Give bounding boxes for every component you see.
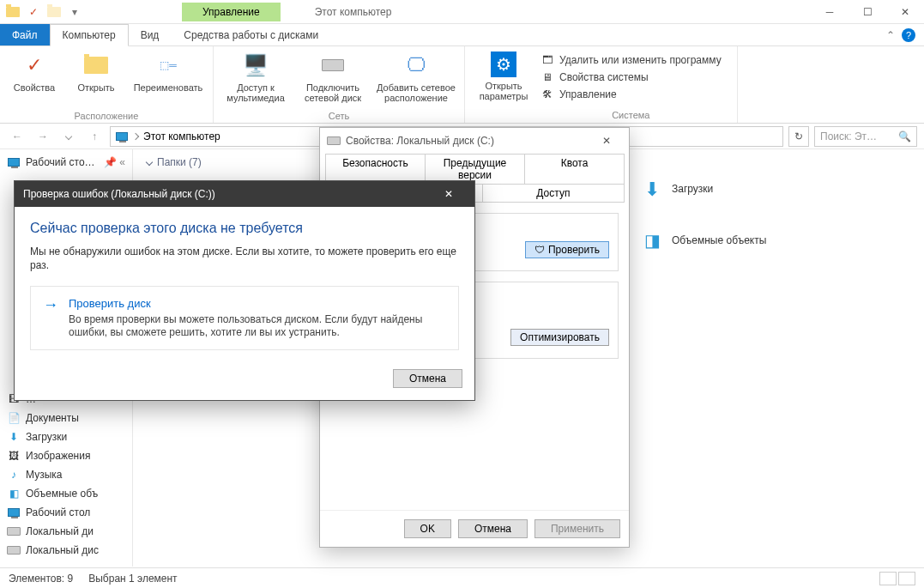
tree-music[interactable]: ♪Музыка [0,465,132,484]
error-check-close-button[interactable]: ✕ [432,181,466,207]
tree-documents[interactable]: 📄Документы [0,409,132,427]
objects3d-folder-icon: ◨ [644,230,665,251]
nav-up-button[interactable]: ↑ [84,126,105,147]
map-drive-button[interactable]: Подключить сетевой диск [299,50,366,111]
rename-button[interactable]: ⬚═ Переименовать [132,50,204,111]
close-button[interactable]: ✕ [886,0,924,24]
folder-downloads[interactable]: ⬇ Загрузки [644,173,910,204]
group-system: ⚙ Открыть параметры 🗔 Удалить или измени… [465,46,738,123]
downloads-icon: ⬇ [7,430,21,444]
tree-localdisk2[interactable]: Локальный дис [0,541,132,560]
manage-icon: 🛠 [541,88,554,101]
properties-close-button[interactable]: ✕ [591,129,622,153]
qat-icon-1[interactable] [5,4,21,20]
disk-icon [7,524,21,538]
group-network: 🖥️ Доступ к мультимедиа Подключить сетев… [214,46,465,123]
error-check-dialog: Проверка ошибок (Локальный диск (C:)) ✕ … [14,180,475,401]
scan-disk-desc: Во время проверки вы можете пользоваться… [69,313,446,339]
file-tab[interactable]: Файл [0,24,50,45]
open-settings-button[interactable]: ⚙ Открыть параметры [474,50,534,101]
nav-recent-dropdown[interactable] [58,126,79,147]
ribbon: ✓ Свойства Открыть ⬚═ Переименовать Расп… [0,46,924,124]
music-icon: ♪ [7,468,21,482]
status-selected: Выбран 1 элемент [88,573,177,585]
ok-button[interactable]: OK [404,519,451,538]
group-network-label: Сеть [329,111,349,121]
manage-link[interactable]: 🛠 Управление [541,88,722,101]
disk-props-icon [327,136,341,145]
error-check-titlebar[interactable]: Проверка ошибок (Локальный диск (C:)) ✕ [15,181,474,207]
tree-desktop2[interactable]: Рабочий стол [0,503,132,522]
error-check-heading: Сейчас проверка этого диска не требуется [30,221,459,236]
status-elements: Элементов: 9 [9,573,73,585]
apply-button[interactable]: Применить [534,519,620,538]
media-icon: 🖥️ [242,52,269,79]
check-button[interactable]: 🛡 Проверить [525,241,609,258]
optimize-button[interactable]: Оптимизировать [510,329,609,346]
media-access-button[interactable]: 🖥️ Доступ к мультимедиа [222,50,289,111]
manage-contextual-tab[interactable]: Управление [182,3,281,21]
help-icon[interactable]: ? [902,28,915,42]
properties-title: Свойства: Локальный диск (C:) [346,135,494,147]
error-check-cancel-button[interactable]: Отмена [393,369,462,388]
search-placeholder: Поиск: Эт… [820,130,877,142]
tree-downloads[interactable]: ⬇Загрузки [0,427,132,446]
group-location-label: Расположение [75,111,139,121]
system-properties-link[interactable]: 🖥 Свойства системы [541,70,722,84]
tree-localdisk1[interactable]: Локальный ди [0,522,132,541]
quick-access-toolbar: ✓ ▾ [0,4,88,20]
settings-gear-icon: ⚙ [491,52,516,77]
computer-tab[interactable]: Компьютер [50,24,129,46]
scan-disk-title: Проверить диск [69,297,446,310]
address-text: Этот компьютер [143,130,220,142]
open-folder-icon [82,52,110,79]
error-check-title: Проверка ошибок (Локальный диск (C:)) [23,188,215,200]
folder-3dobjects[interactable]: ◨ Объемные объекты [644,225,910,256]
documents-icon: 📄 [7,411,21,425]
properties-buttons: OK Отмена Применить [320,510,629,547]
group-location: ✓ Свойства Открыть ⬚═ Переименовать Расп… [0,46,214,123]
tree-pictures[interactable]: 🖼Изображения [0,446,132,465]
cancel-button[interactable]: Отмена [458,519,528,538]
minimize-button[interactable]: ─ [811,0,849,24]
view-tab[interactable]: Вид [129,24,172,45]
search-input[interactable]: Поиск: Эт… 🔍 [814,126,917,147]
qat-dropdown-icon[interactable]: ▾ [67,4,82,20]
error-check-message: Мы не обнаружили ошибок на этом диске. Е… [30,245,459,272]
qat-icon-2[interactable] [46,4,62,20]
desktop-icon [7,155,21,169]
view-icons-button[interactable] [898,572,915,585]
scan-disk-option[interactable]: → Проверить диск Во время проверки вы мо… [30,286,459,350]
desktop-icon-2 [7,506,21,519]
properties-button[interactable]: ✓ Свойства [9,50,60,111]
status-bar: Элементов: 9 Выбран 1 элемент [0,567,924,588]
map-drive-icon [319,52,347,79]
pictures-icon: 🖼 [7,449,21,463]
properties-icon: ✓ [21,52,48,79]
sysprops-icon: 🖥 [541,70,554,84]
tab-quota[interactable]: Квота [524,154,625,185]
tree-desktop[interactable]: Рабочий сто… 📌 « [0,153,132,172]
search-icon: 🔍 [898,130,911,142]
tab-access[interactable]: Доступ [482,184,625,203]
collapse-ribbon-icon[interactable]: ⌃ [886,29,895,41]
nav-forward-button[interactable]: → [33,126,53,147]
refresh-button[interactable]: ↻ [788,126,809,147]
view-details-button[interactable] [879,572,897,585]
objects3d-icon: ◧ [7,487,21,500]
ribbon-tabs: Файл Компьютер Вид Средства работы с дис… [0,24,924,46]
uninstall-program-link[interactable]: 🗔 Удалить или изменить программу [541,53,722,67]
uninstall-icon: 🗔 [541,53,554,67]
qat-check-icon[interactable]: ✓ [26,4,41,20]
tree-3dobjects[interactable]: ◧Объемные объ [0,484,132,503]
add-location-button[interactable]: 🖵 Добавить сетевое расположение [377,50,456,111]
open-button[interactable]: Открыть [70,50,122,111]
nav-back-button[interactable]: ← [7,126,27,147]
downloads-folder-icon: ⬇ [644,179,665,199]
group-system-label: Система [541,110,722,120]
network-location-icon: 🖵 [402,52,430,79]
maximize-button[interactable]: ☐ [849,0,886,24]
computer-icon [116,132,128,141]
properties-titlebar[interactable]: Свойства: Локальный диск (C:) ✕ [320,128,629,154]
drive-tools-tab[interactable]: Средства работы с дисками [172,24,331,45]
